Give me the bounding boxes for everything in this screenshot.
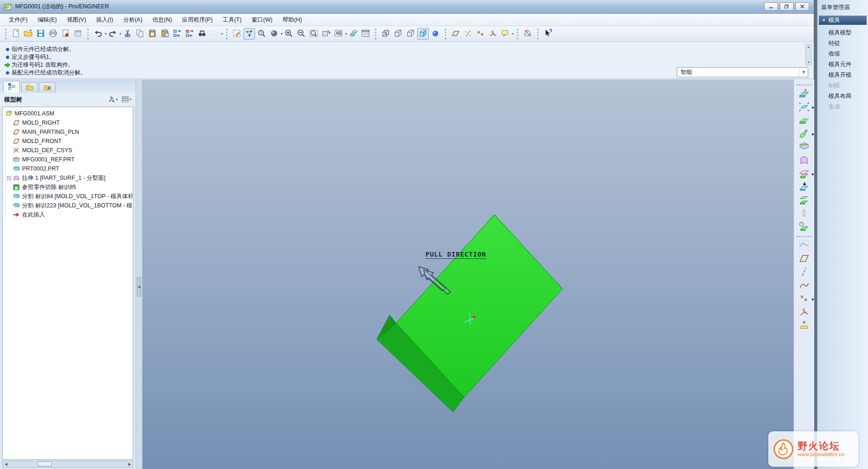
draft-check-button[interactable] [798, 88, 811, 100]
orient-mode-button[interactable] [256, 28, 267, 40]
regenerate-button[interactable] [171, 28, 183, 40]
tree-node-split-84[interactable]: 分割 标识84 [MOLD_VOL_1TOP - 模具体积 [3, 192, 133, 201]
scroll-left-icon[interactable]: ◀ [3, 462, 9, 466]
open-file-button[interactable] [23, 28, 34, 40]
reference-part-button[interactable] [798, 141, 811, 154]
menu-window[interactable]: 窗口(W) [247, 14, 278, 26]
saved-views-button[interactable] [333, 28, 344, 40]
tree-node-main-parting-pln[interactable]: MAIN_PARTING_PLN [3, 127, 133, 137]
datum-planes-toggle-button[interactable] [450, 28, 461, 40]
mold-opening-button[interactable] [798, 194, 811, 207]
find-button[interactable] [196, 28, 208, 40]
menu-insert[interactable]: 插入(I) [91, 14, 118, 26]
sketch-tool-button[interactable] [798, 240, 811, 252]
tree-node-prt0002[interactable]: PRT0002.PRT [3, 164, 133, 173]
selection-filter-combobox[interactable]: 智能 ▼ [677, 67, 808, 77]
cut-button[interactable] [122, 28, 133, 40]
mold-volume-button[interactable]: ▶ [798, 168, 811, 180]
datum-csys-tool-button[interactable] [798, 306, 811, 319]
tree-node-extrude1[interactable]: +拉伸 1 [PART_SURF_1 - 分型面] [3, 173, 133, 183]
zoom-in-button[interactable] [283, 28, 295, 40]
spin-center-ball-button[interactable] [430, 28, 441, 40]
surface-point-tool-button[interactable] [798, 320, 811, 332]
undo-button[interactable] [92, 28, 104, 40]
scroll-thumb[interactable] [38, 462, 51, 467]
save-file-button[interactable] [35, 28, 46, 40]
parting-surface-button[interactable] [798, 154, 811, 167]
message-scrollbar[interactable]: ▲▼ [806, 44, 811, 65]
redo-button[interactable] [107, 28, 119, 40]
close-button[interactable] [795, 2, 809, 11]
minimize-button[interactable] [764, 2, 778, 11]
appearance-gallery-dropdown-icon[interactable]: ▾ [281, 32, 283, 36]
copy-button[interactable] [134, 28, 146, 40]
workpiece-button[interactable] [798, 114, 811, 127]
tree-node-insert-here[interactable]: 在此插入 [3, 210, 133, 219]
menu-analysis[interactable]: 分析(A) [118, 14, 148, 26]
annotations-toggle-dropdown-icon[interactable]: ▾ [512, 32, 514, 36]
datum-plane-tool-button[interactable] [798, 253, 811, 265]
tree-node-mold-right[interactable]: MOLD_RIGHT [3, 118, 133, 127]
menu-view[interactable]: 视图(V) [62, 14, 91, 26]
datum-csys-toggle-button[interactable] [487, 28, 499, 40]
restore-button[interactable] [780, 2, 794, 11]
paste-special-button[interactable] [159, 28, 170, 40]
refit-button[interactable] [308, 28, 319, 40]
wireframe-display-button[interactable] [380, 28, 391, 40]
sash-collapse-handle[interactable]: ◀ [137, 277, 141, 297]
reorient-button[interactable] [320, 28, 332, 40]
select-filter-dropdown-icon[interactable]: ▾ [221, 32, 223, 36]
select-filter-button[interactable] [209, 28, 220, 40]
combo-arrow-icon[interactable]: ▼ [799, 68, 808, 77]
custom-regenerate-button[interactable] [184, 28, 195, 40]
tree-node-asm[interactable]: MFG0001.ASM [3, 109, 133, 118]
datum-axes-toggle-button[interactable] [462, 28, 474, 40]
erase-not-displayed-button[interactable] [60, 28, 71, 40]
menu-manager-mold-section[interactable]: ▼ 模具 [819, 16, 867, 25]
menu-edit[interactable]: 编辑(E) [33, 14, 62, 26]
print-button[interactable] [47, 28, 59, 40]
model-tree-hscrollbar[interactable]: ◀ ▶ [2, 461, 133, 468]
zoom-out-button[interactable] [295, 28, 307, 40]
view-manager-button[interactable] [360, 28, 371, 40]
context-help-button[interactable] [542, 28, 554, 40]
tree-node-split-223[interactable]: 分割 标识223 [MOLD_VOL_1BOTTOM - 模 [3, 201, 133, 210]
create-molding-button[interactable] [798, 181, 811, 194]
mm-shrinkage[interactable]: 收缩 [817, 49, 868, 59]
menu-file[interactable]: 文件(F) [4, 14, 33, 26]
mm-mold-model[interactable]: 模具模型 [817, 28, 868, 38]
mold-opening-simulation-button[interactable] [798, 221, 811, 234]
saved-views-dropdown-icon[interactable]: ▾ [345, 32, 347, 36]
annotations-toggle-button[interactable] [499, 28, 511, 40]
tree-settings-dropdown[interactable]: ▾ [108, 95, 118, 104]
tree-display-dropdown[interactable]: ▾ [121, 95, 131, 104]
tree-expander-icon[interactable]: + [7, 176, 11, 180]
tree-node-mold-front[interactable]: MOLD_FRONT [3, 137, 133, 146]
mm-feature[interactable]: 特征 [817, 38, 868, 49]
repaint-button[interactable] [231, 28, 243, 40]
new-file-button[interactable] [10, 28, 22, 40]
menu-help[interactable]: 帮助(H) [278, 14, 307, 26]
graphics-viewport[interactable]: PULL DIRECTION [142, 80, 794, 469]
menu-tools[interactable]: 工具(T) [218, 14, 247, 26]
tree-node-ref-prt[interactable]: MFG0001_REF.PRT [3, 155, 133, 164]
scroll-right-icon[interactable]: ▶ [126, 462, 133, 466]
menu-applications[interactable]: 应用程序(P) [177, 14, 218, 26]
layers-button[interactable] [347, 28, 359, 40]
no-hidden-display-button[interactable] [405, 28, 416, 40]
folder-browser-tab[interactable] [21, 82, 38, 93]
mold-component-button[interactable]: ▶ [798, 128, 811, 140]
appearance-gallery-button[interactable] [268, 28, 280, 40]
undo-dropdown-icon[interactable]: ▾ [105, 32, 107, 36]
menu-info[interactable]: 信息(N) [148, 14, 177, 26]
mm-mold-comp[interactable]: 模具元件 [817, 59, 868, 70]
model-tree-tab[interactable] [3, 81, 20, 93]
shaded-display-button[interactable] [417, 28, 429, 40]
favorites-tab[interactable] [39, 82, 56, 93]
mm-mold-opening[interactable]: 模具开模 [817, 70, 868, 80]
close-window-button[interactable] [72, 28, 84, 40]
navigator-sash[interactable]: ◀ [136, 80, 142, 469]
hidden-line-display-button[interactable] [392, 28, 404, 40]
paste-button[interactable] [147, 28, 158, 40]
tree-node-mold-def-csys[interactable]: MOLD_DEF_CSYS [3, 146, 133, 155]
